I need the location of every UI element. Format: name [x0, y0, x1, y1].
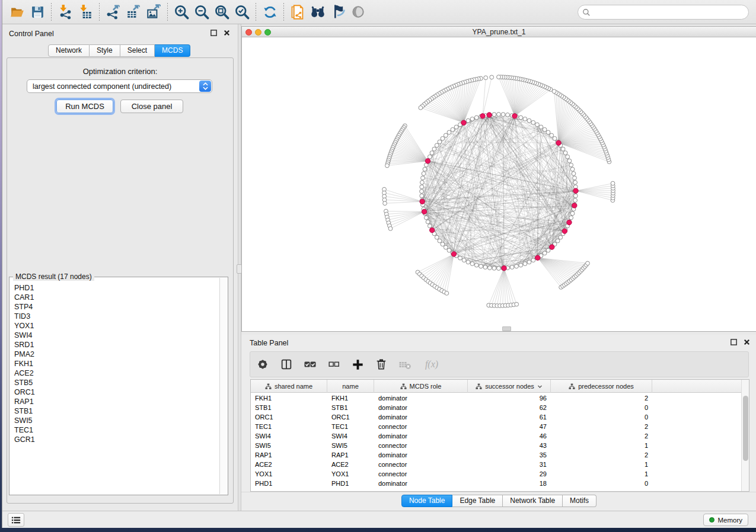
- table-row[interactable]: PHD1PHD1dominator180: [251, 479, 741, 488]
- mcds-result-item[interactable]: ORC1: [14, 387, 219, 397]
- graph-hub-node[interactable]: [420, 199, 425, 204]
- graph-node[interactable]: [567, 159, 572, 163]
- graph-node[interactable]: [466, 260, 470, 264]
- table-row[interactable]: TEC1TEC1connector472: [251, 422, 741, 431]
- mcds-result-item[interactable]: STB1: [14, 406, 219, 416]
- delete-columns-button[interactable]: [374, 357, 389, 372]
- graph-node[interactable]: [420, 185, 424, 189]
- graph-node[interactable]: [550, 133, 554, 137]
- mcds-result-item[interactable]: ACE2: [14, 368, 219, 378]
- graph-hub-node[interactable]: [535, 255, 540, 260]
- table-row[interactable]: RAP1RAP1dominator352: [251, 450, 741, 460]
- column-header-MCDS-role[interactable]: MCDS role: [374, 380, 468, 393]
- graph-node[interactable]: [479, 264, 483, 268]
- graph-hub-node[interactable]: [572, 203, 577, 208]
- graph-node[interactable]: [556, 239, 560, 243]
- column-header-predecessor-nodes[interactable]: predecessor nodes: [551, 380, 652, 393]
- graph-node[interactable]: [474, 116, 479, 120]
- graph-node[interactable]: [523, 262, 527, 266]
- graph-node[interactable]: [492, 266, 496, 270]
- graph-node[interactable]: [563, 151, 567, 155]
- graph-leaf-node[interactable]: [484, 76, 488, 80]
- tab-edge-table[interactable]: Edge Table: [452, 495, 503, 507]
- graph-hub-node[interactable]: [556, 140, 561, 145]
- graph-node[interactable]: [483, 265, 487, 270]
- graph-node[interactable]: [569, 163, 573, 167]
- network-canvas[interactable]: [242, 37, 756, 331]
- graph-node[interactable]: [527, 260, 531, 264]
- graph-node[interactable]: [444, 245, 448, 249]
- graph-node[interactable]: [515, 264, 519, 268]
- mcds-result-item[interactable]: FKH1: [14, 359, 219, 368]
- graph-node[interactable]: [447, 130, 451, 134]
- graph-leaf-node[interactable]: [419, 105, 423, 110]
- mcds-result-item[interactable]: TID3: [14, 312, 219, 321]
- graph-node[interactable]: [573, 176, 577, 180]
- graph-leaf-node[interactable]: [515, 302, 519, 306]
- tab-style[interactable]: Style: [90, 44, 120, 57]
- table-row[interactable]: SWI4SWI4dominator462: [251, 431, 741, 441]
- graph-leaf-node[interactable]: [385, 164, 390, 168]
- export-table-button[interactable]: [123, 2, 143, 22]
- zoom-selected-button[interactable]: [232, 2, 252, 22]
- show-graphics-details-button[interactable]: [348, 2, 368, 22]
- show-panels-list-button[interactable]: [8, 513, 24, 527]
- graph-hub-node[interactable]: [502, 265, 506, 270]
- graph-hub-node[interactable]: [567, 220, 572, 225]
- graph-leaf-node[interactable]: [490, 75, 494, 79]
- graph-leaf-node[interactable]: [611, 181, 615, 185]
- float-table-panel-button[interactable]: [729, 338, 738, 347]
- zoom-in-button[interactable]: [171, 2, 192, 22]
- graph-leaf-node[interactable]: [445, 291, 449, 296]
- column-header-name[interactable]: name: [327, 380, 374, 393]
- mcds-result-list[interactable]: PHD1CAR1STP4TID3YOX1SWI4SRD1PMA2FKH1ACE2…: [10, 283, 219, 494]
- graph-node[interactable]: [420, 181, 424, 185]
- close-panel-button[interactable]: [222, 29, 231, 37]
- graph-node[interactable]: [426, 220, 430, 224]
- column-header-shared-name[interactable]: shared name: [251, 380, 327, 393]
- search-network-button[interactable]: [308, 2, 328, 22]
- share-network-file-button[interactable]: [288, 2, 308, 22]
- graph-node[interactable]: [519, 116, 523, 120]
- graph-node[interactable]: [470, 117, 474, 121]
- column-header-successor-nodes[interactable]: successor nodes: [468, 380, 551, 393]
- mcds-result-item[interactable]: YOX1: [14, 321, 219, 331]
- function-builder-button[interactable]: f(x): [421, 357, 442, 372]
- tab-network-table[interactable]: Network Table: [503, 495, 563, 507]
- tab-select[interactable]: Select: [120, 44, 155, 57]
- graph-node[interactable]: [510, 265, 514, 270]
- graph-node[interactable]: [573, 194, 578, 198]
- graph-node[interactable]: [543, 127, 547, 132]
- hide-graphics-details-button[interactable]: [328, 2, 348, 22]
- graph-hub-node[interactable]: [550, 245, 554, 249]
- graph-node[interactable]: [535, 123, 540, 127]
- graph-node[interactable]: [435, 143, 439, 148]
- mcds-result-item[interactable]: PHD1: [14, 283, 219, 293]
- graph-node[interactable]: [527, 118, 531, 123]
- graph-node[interactable]: [573, 198, 578, 203]
- save-session-button[interactable]: [27, 2, 47, 22]
- mcds-result-item[interactable]: GCR1: [14, 435, 219, 444]
- graph-node[interactable]: [420, 190, 424, 194]
- graph-node[interactable]: [559, 235, 563, 239]
- zoom-out-button[interactable]: [192, 2, 212, 22]
- open-file-button[interactable]: [7, 2, 27, 22]
- graph-node[interactable]: [428, 224, 432, 228]
- graph-hub-node[interactable]: [425, 159, 430, 164]
- graph-node[interactable]: [444, 133, 448, 137]
- table-row[interactable]: YOX1YOX1connector291: [251, 469, 741, 479]
- refresh-view-button[interactable]: [260, 2, 280, 22]
- mcds-result-item[interactable]: SWI4: [14, 331, 219, 340]
- graph-node[interactable]: [546, 130, 550, 134]
- graph-node[interactable]: [454, 125, 458, 129]
- graph-node[interactable]: [497, 267, 501, 271]
- mcds-result-item[interactable]: RAP1: [14, 397, 219, 406]
- graph-hub-node[interactable]: [573, 188, 578, 193]
- graph-node[interactable]: [423, 167, 427, 171]
- result-scrollbar[interactable]: [219, 278, 228, 494]
- table-scrollbar-thumb[interactable]: [743, 396, 748, 461]
- graph-node[interactable]: [531, 258, 535, 262]
- graph-hub-node[interactable]: [487, 113, 492, 117]
- float-panel-button[interactable]: [209, 29, 218, 37]
- show-all-columns-button[interactable]: [302, 357, 318, 372]
